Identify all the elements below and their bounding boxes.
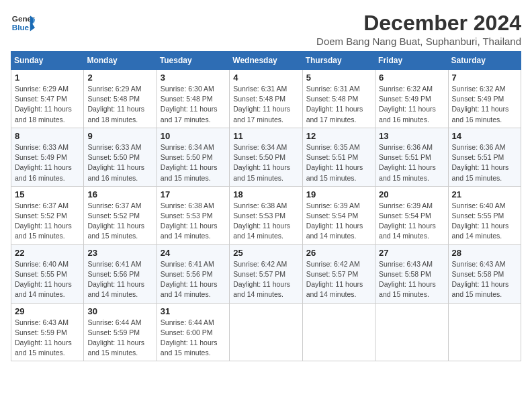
- calendar-cell: 13Sunrise: 6:36 AM Sunset: 5:51 PM Dayli…: [375, 128, 448, 186]
- calendar-cell: 12Sunrise: 6:35 AM Sunset: 5:51 PM Dayli…: [302, 128, 375, 186]
- weekday-header-monday: Monday: [84, 52, 157, 70]
- location-subtitle: Doem Bang Nang Buat, Suphanburi, Thailan…: [316, 36, 521, 47]
- calendar-cell: [230, 303, 302, 361]
- calendar-cell: 14Sunrise: 6:36 AM Sunset: 5:51 PM Dayli…: [448, 128, 521, 186]
- calendar-week-3: 15Sunrise: 6:37 AM Sunset: 5:52 PM Dayli…: [11, 186, 521, 244]
- weekday-header-sunday: Sunday: [11, 52, 84, 70]
- day-number: 30: [87, 306, 152, 316]
- day-number: 23: [87, 248, 152, 258]
- day-number: 2: [87, 73, 152, 83]
- day-info: Sunrise: 6:44 AM Sunset: 5:59 PM Dayligh…: [87, 318, 152, 359]
- calendar-cell: 27Sunrise: 6:43 AM Sunset: 5:58 PM Dayli…: [375, 244, 448, 303]
- calendar-cell: [448, 303, 521, 361]
- weekday-header-saturday: Saturday: [448, 52, 521, 70]
- day-number: 28: [452, 248, 517, 258]
- day-info: Sunrise: 6:39 AM Sunset: 5:54 PM Dayligh…: [379, 201, 444, 242]
- weekday-header-wednesday: Wednesday: [230, 52, 302, 70]
- day-number: 14: [452, 131, 517, 141]
- day-info: Sunrise: 6:35 AM Sunset: 5:51 PM Dayligh…: [306, 142, 371, 183]
- day-number: 5: [306, 73, 371, 83]
- weekday-header-row: SundayMondayTuesdayWednesdayThursdayFrid…: [11, 52, 521, 70]
- day-number: 1: [15, 73, 80, 83]
- day-info: Sunrise: 6:31 AM Sunset: 5:48 PM Dayligh…: [306, 84, 371, 125]
- day-info: Sunrise: 6:30 AM Sunset: 5:48 PM Dayligh…: [161, 84, 226, 125]
- calendar-cell: 20Sunrise: 6:39 AM Sunset: 5:54 PM Dayli…: [375, 186, 448, 244]
- calendar-cell: 31Sunrise: 6:44 AM Sunset: 6:00 PM Dayli…: [157, 303, 229, 361]
- calendar-cell: 29Sunrise: 6:43 AM Sunset: 5:59 PM Dayli…: [11, 303, 84, 361]
- logo-icon: General Blue: [11, 11, 35, 35]
- day-number: 20: [379, 189, 444, 199]
- day-number: 7: [452, 73, 517, 83]
- calendar-week-5: 29Sunrise: 6:43 AM Sunset: 5:59 PM Dayli…: [11, 303, 521, 361]
- calendar-cell: 18Sunrise: 6:38 AM Sunset: 5:53 PM Dayli…: [230, 186, 302, 244]
- day-number: 29: [15, 306, 80, 316]
- day-number: 21: [452, 189, 517, 199]
- weekday-header-tuesday: Tuesday: [157, 52, 229, 70]
- day-info: Sunrise: 6:32 AM Sunset: 5:49 PM Dayligh…: [452, 84, 517, 125]
- calendar-cell: 19Sunrise: 6:39 AM Sunset: 5:54 PM Dayli…: [302, 186, 375, 244]
- calendar-cell: 9Sunrise: 6:33 AM Sunset: 5:50 PM Daylig…: [84, 128, 157, 186]
- calendar-cell: 26Sunrise: 6:42 AM Sunset: 5:57 PM Dayli…: [302, 244, 375, 303]
- calendar-cell: 7Sunrise: 6:32 AM Sunset: 5:49 PM Daylig…: [448, 70, 521, 128]
- calendar-cell: 15Sunrise: 6:37 AM Sunset: 5:52 PM Dayli…: [11, 186, 84, 244]
- day-info: Sunrise: 6:36 AM Sunset: 5:51 PM Dayligh…: [379, 142, 444, 183]
- day-number: 31: [161, 306, 226, 316]
- day-info: Sunrise: 6:41 AM Sunset: 5:56 PM Dayligh…: [161, 259, 226, 300]
- calendar-week-1: 1Sunrise: 6:29 AM Sunset: 5:47 PM Daylig…: [11, 70, 521, 128]
- day-number: 9: [87, 131, 152, 141]
- day-info: Sunrise: 6:40 AM Sunset: 5:55 PM Dayligh…: [15, 259, 80, 300]
- calendar-week-2: 8Sunrise: 6:33 AM Sunset: 5:49 PM Daylig…: [11, 128, 521, 186]
- day-number: 19: [306, 189, 371, 199]
- calendar-cell: 28Sunrise: 6:43 AM Sunset: 5:58 PM Dayli…: [448, 244, 521, 303]
- calendar-cell: 24Sunrise: 6:41 AM Sunset: 5:56 PM Dayli…: [157, 244, 229, 303]
- weekday-header-friday: Friday: [375, 52, 448, 70]
- day-info: Sunrise: 6:40 AM Sunset: 5:55 PM Dayligh…: [452, 201, 517, 242]
- day-info: Sunrise: 6:34 AM Sunset: 5:50 PM Dayligh…: [233, 142, 298, 183]
- day-number: 10: [161, 131, 226, 141]
- day-number: 17: [161, 189, 226, 199]
- day-number: 4: [233, 73, 298, 83]
- day-number: 13: [379, 131, 444, 141]
- calendar-cell: [375, 303, 448, 361]
- day-number: 8: [15, 131, 80, 141]
- page-header: General Blue December 2024 Doem Bang Nan…: [11, 11, 521, 47]
- calendar-cell: 21Sunrise: 6:40 AM Sunset: 5:55 PM Dayli…: [448, 186, 521, 244]
- day-info: Sunrise: 6:29 AM Sunset: 5:48 PM Dayligh…: [87, 84, 152, 125]
- day-number: 24: [161, 248, 226, 258]
- day-number: 22: [15, 248, 80, 258]
- day-info: Sunrise: 6:39 AM Sunset: 5:54 PM Dayligh…: [306, 201, 371, 242]
- month-title: December 2024: [316, 11, 521, 36]
- day-info: Sunrise: 6:43 AM Sunset: 5:59 PM Dayligh…: [15, 318, 80, 359]
- day-number: 12: [306, 131, 371, 141]
- day-number: 3: [161, 73, 226, 83]
- day-info: Sunrise: 6:43 AM Sunset: 5:58 PM Dayligh…: [379, 259, 444, 300]
- day-number: 18: [233, 189, 298, 199]
- day-info: Sunrise: 6:37 AM Sunset: 5:52 PM Dayligh…: [87, 201, 152, 242]
- calendar-week-4: 22Sunrise: 6:40 AM Sunset: 5:55 PM Dayli…: [11, 244, 521, 303]
- day-info: Sunrise: 6:41 AM Sunset: 5:56 PM Dayligh…: [87, 259, 152, 300]
- day-number: 26: [306, 248, 371, 258]
- day-number: 11: [233, 131, 298, 141]
- day-info: Sunrise: 6:36 AM Sunset: 5:51 PM Dayligh…: [452, 142, 517, 183]
- day-number: 6: [379, 73, 444, 83]
- day-info: Sunrise: 6:38 AM Sunset: 5:53 PM Dayligh…: [161, 201, 226, 242]
- calendar-table: SundayMondayTuesdayWednesdayThursdayFrid…: [11, 51, 521, 361]
- calendar-cell: 30Sunrise: 6:44 AM Sunset: 5:59 PM Dayli…: [84, 303, 157, 361]
- title-block: December 2024 Doem Bang Nang Buat, Supha…: [316, 11, 521, 47]
- calendar-cell: 8Sunrise: 6:33 AM Sunset: 5:49 PM Daylig…: [11, 128, 84, 186]
- day-info: Sunrise: 6:29 AM Sunset: 5:47 PM Dayligh…: [15, 84, 80, 125]
- logo: General Blue: [11, 11, 35, 35]
- calendar-cell: 23Sunrise: 6:41 AM Sunset: 5:56 PM Dayli…: [84, 244, 157, 303]
- calendar-cell: 1Sunrise: 6:29 AM Sunset: 5:47 PM Daylig…: [11, 70, 84, 128]
- calendar-cell: [302, 303, 375, 361]
- calendar-cell: 22Sunrise: 6:40 AM Sunset: 5:55 PM Dayli…: [11, 244, 84, 303]
- calendar-cell: 16Sunrise: 6:37 AM Sunset: 5:52 PM Dayli…: [84, 186, 157, 244]
- day-info: Sunrise: 6:31 AM Sunset: 5:48 PM Dayligh…: [233, 84, 298, 125]
- day-info: Sunrise: 6:42 AM Sunset: 5:57 PM Dayligh…: [306, 259, 371, 300]
- day-info: Sunrise: 6:42 AM Sunset: 5:57 PM Dayligh…: [233, 259, 298, 300]
- day-info: Sunrise: 6:38 AM Sunset: 5:53 PM Dayligh…: [233, 201, 298, 242]
- day-info: Sunrise: 6:33 AM Sunset: 5:49 PM Dayligh…: [15, 142, 80, 183]
- day-info: Sunrise: 6:32 AM Sunset: 5:49 PM Dayligh…: [379, 84, 444, 125]
- day-info: Sunrise: 6:44 AM Sunset: 6:00 PM Dayligh…: [161, 318, 226, 359]
- day-number: 16: [87, 189, 152, 199]
